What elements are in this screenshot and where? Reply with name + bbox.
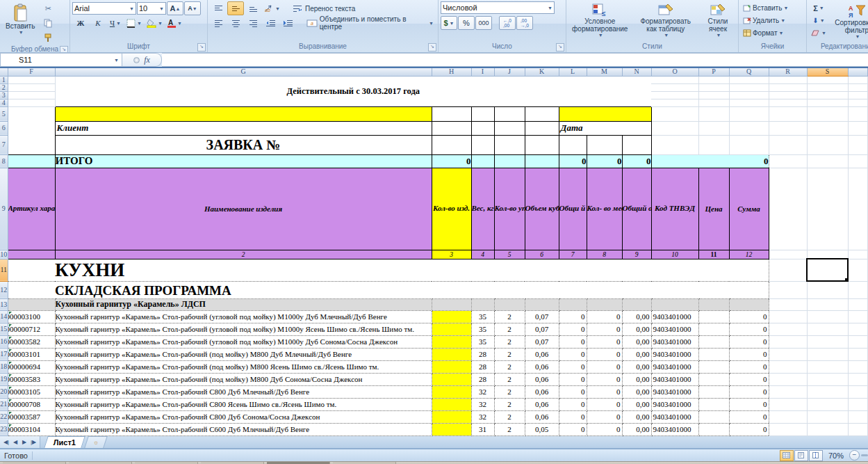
cell-K6[interactable] (525, 121, 559, 135)
selected-cell-S11[interactable] (807, 259, 848, 281)
cell-O8[interactable] (651, 154, 698, 168)
total-weight-cell[interactable]: 0 (559, 385, 587, 398)
product-name[interactable]: Кухонный гарнитур «Карамель» Стол-рабочи… (55, 398, 432, 410)
weight-cell[interactable]: 35 (471, 323, 494, 335)
cell-H12[interactable] (432, 281, 471, 298)
cell-S13[interactable] (807, 298, 848, 310)
qty-input-cell[interactable] (432, 310, 471, 323)
cell-T15[interactable] (848, 323, 868, 335)
product-article[interactable]: 000003101 (8, 348, 55, 360)
row-header-4[interactable]: 4 (0, 99, 8, 106)
cell-K7[interactable] (525, 135, 559, 154)
cell-I6[interactable] (471, 121, 494, 135)
cell-S18[interactable] (807, 360, 848, 373)
header-price[interactable]: Цена (698, 168, 729, 250)
alignment-dialog-launcher[interactable]: ↘ (428, 43, 436, 51)
cell-R9[interactable] (769, 168, 807, 250)
cell-R13[interactable] (769, 298, 807, 310)
sum-cell[interactable]: 0 (729, 310, 769, 323)
cell-P3[interactable] (698, 91, 729, 99)
cell-S12[interactable] (807, 281, 848, 298)
cell-R20[interactable] (769, 385, 807, 398)
weight-cell[interactable]: 32 (471, 410, 494, 423)
colnum-K[interactable]: 6 (525, 250, 559, 259)
cell-S21[interactable] (807, 398, 848, 410)
header-article[interactable]: Артикул характе- ристики (8, 168, 55, 250)
total-qty-cell[interactable]: 0 (432, 154, 471, 168)
cell-P2[interactable] (698, 83, 729, 91)
cell-R1[interactable] (769, 76, 807, 83)
date-label-cell[interactable]: Дата (559, 121, 651, 135)
cell-T22[interactable] (848, 410, 868, 423)
colnum-O[interactable]: 10 (651, 250, 698, 259)
cell-R21[interactable] (769, 398, 807, 410)
decrease-decimal-button[interactable]: ,00→,0 (516, 16, 533, 30)
cell-R8[interactable] (769, 154, 807, 168)
total-weight-cell[interactable]: 0 (559, 335, 587, 348)
tnved-cell[interactable]: 9403401000 (651, 373, 698, 385)
total-volume-cell[interactable]: 0,00 (622, 310, 651, 323)
total-sum-cell[interactable]: 0 (729, 154, 769, 168)
qty-input-cell[interactable] (432, 373, 471, 385)
row-header-6[interactable]: 6 (0, 121, 8, 135)
weight-cell[interactable]: 35 (471, 310, 494, 323)
clear-button[interactable]: ▼ (809, 27, 828, 39)
cell-Q6[interactable] (729, 121, 769, 135)
cell-Q2[interactable] (729, 83, 769, 91)
cell-T11[interactable] (848, 259, 868, 281)
format-as-table-button[interactable]: Форматировать как таблицу ▼ (634, 1, 698, 40)
tnved-cell[interactable]: 9403401000 (651, 335, 698, 348)
col-header-J[interactable]: J (494, 68, 525, 76)
tnved-cell[interactable]: 9403401000 (651, 348, 698, 360)
product-article[interactable]: 000003104 (8, 423, 55, 435)
header-qty[interactable]: Кол-во изд. (432, 168, 471, 250)
cell-J7[interactable] (494, 135, 525, 154)
name-box[interactable]: S11▼ (0, 53, 122, 67)
places-cell[interactable]: 0 (587, 373, 622, 385)
weight-cell[interactable]: 32 (471, 398, 494, 410)
price-cell[interactable] (698, 423, 729, 435)
cell-R2[interactable] (769, 83, 807, 91)
row-header-7[interactable]: 7 (0, 135, 8, 154)
header-weight[interactable]: Вес, кг (471, 168, 494, 250)
cell-P13[interactable] (698, 298, 729, 310)
row-header-2[interactable]: 2 (0, 83, 8, 91)
weight-cell[interactable]: 28 (471, 360, 494, 373)
product-article[interactable]: 000003100 (8, 310, 55, 323)
cell-I13[interactable] (471, 298, 494, 310)
tnved-cell[interactable]: 9403401000 (651, 398, 698, 410)
volume-cell[interactable]: 0,07 (525, 310, 559, 323)
cell-R17[interactable] (769, 348, 807, 360)
underline-button[interactable]: Ч▼ (107, 16, 124, 30)
delete-cells-button[interactable]: Удалить▼ (741, 15, 804, 26)
cell-S10[interactable] (807, 250, 848, 259)
packs-cell[interactable]: 2 (494, 385, 525, 398)
next-sheet-button[interactable]: ▶ (20, 439, 28, 445)
cell-T21[interactable] (848, 398, 868, 410)
align-center-button[interactable] (227, 16, 244, 30)
qty-input-cell[interactable] (432, 398, 471, 410)
header-total-weight[interactable]: Общи й вес (559, 168, 587, 250)
tnved-cell[interactable]: 9403401000 (651, 410, 698, 423)
row-header-17[interactable]: 17 (0, 348, 8, 360)
sum-cell[interactable]: 0 (729, 398, 769, 410)
total-volume-cell[interactable]: 0,00 (622, 348, 651, 360)
cell-S17[interactable] (807, 348, 848, 360)
cell-H13[interactable] (432, 298, 471, 310)
cell-P4[interactable] (698, 99, 729, 106)
price-cell[interactable] (698, 385, 729, 398)
price-cell[interactable] (698, 348, 729, 360)
places-cell[interactable]: 0 (587, 323, 622, 335)
places-cell[interactable]: 0 (587, 423, 622, 435)
wrap-text-button[interactable]: Перенос текста (290, 1, 357, 15)
col-header-N[interactable]: N (622, 68, 651, 76)
qty-input-cell[interactable] (432, 385, 471, 398)
row-header-12[interactable]: 12 (0, 281, 8, 298)
cell-T6[interactable] (848, 121, 868, 135)
col-header-I[interactable]: I (471, 68, 494, 76)
cell-R19[interactable] (769, 373, 807, 385)
weight-cell[interactable]: 32 (471, 385, 494, 398)
volume-cell[interactable]: 0,06 (525, 373, 559, 385)
col-header-F[interactable]: F (8, 68, 55, 76)
cell-R3[interactable] (769, 91, 807, 99)
